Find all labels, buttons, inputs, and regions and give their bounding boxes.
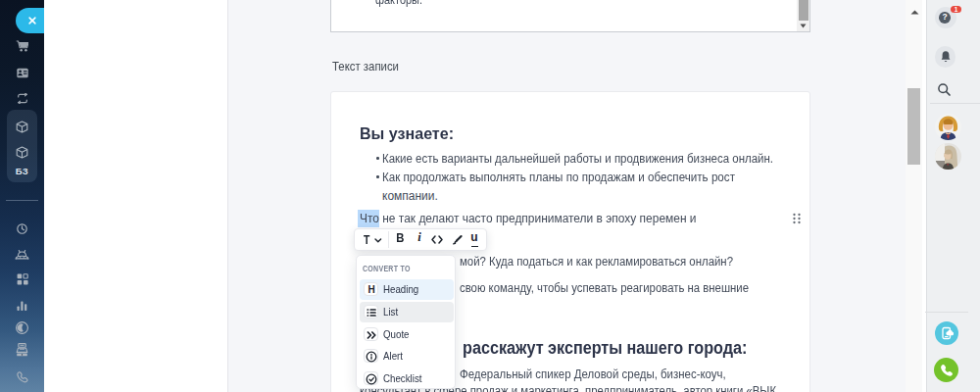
svg-text:H: H <box>368 283 375 294</box>
